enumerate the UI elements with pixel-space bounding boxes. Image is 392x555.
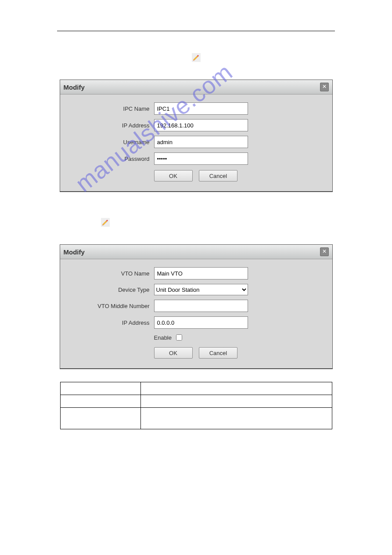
ip-address-input[interactable] [154, 316, 248, 329]
svg-marker-0 [193, 56, 198, 61]
dialog-title: Modify [64, 248, 85, 256]
vto-middle-number-input[interactable] [154, 300, 248, 312]
edit-icon [101, 218, 110, 227]
table-cell [140, 382, 332, 395]
password-input[interactable] [154, 152, 248, 165]
table-cell [140, 395, 332, 408]
table-cell [60, 408, 140, 429]
username-label: Username [71, 139, 154, 145]
dialog-header: Modify ✕ [60, 245, 332, 259]
close-icon[interactable]: ✕ [320, 83, 329, 91]
ok-button[interactable]: OK [154, 347, 193, 359]
ip-address-label: IP Address [71, 319, 154, 326]
device-type-select[interactable]: Unit Door Station [154, 284, 248, 295]
ip-address-input[interactable] [154, 119, 248, 131]
horizontal-rule [57, 31, 335, 31]
table-cell [60, 395, 140, 408]
password-label: Password [71, 156, 154, 162]
edit-icon [192, 53, 201, 62]
vto-name-input[interactable] [154, 267, 248, 279]
svg-marker-2 [102, 221, 107, 225]
vto-name-label: VTO Name [71, 270, 154, 277]
enable-checkbox[interactable] [176, 334, 182, 341]
modify-ipc-dialog: Modify ✕ IPC Name IP Address Username Pa… [60, 80, 333, 192]
modify-vto-dialog: Modify ✕ VTO Name Device Type Unit Door … [60, 244, 333, 369]
cancel-button[interactable]: Cancel [199, 347, 237, 359]
table-cell [60, 382, 140, 395]
device-type-label: Device Type [71, 287, 154, 293]
ok-button[interactable]: OK [154, 170, 193, 181]
username-input[interactable] [154, 136, 248, 148]
vto-middle-number-label: VTO Middle Number [71, 303, 154, 309]
dialog-header: Modify ✕ [60, 80, 332, 94]
dialog-title: Modify [64, 83, 85, 91]
cancel-button[interactable]: Cancel [199, 170, 237, 181]
table-cell [140, 408, 332, 429]
ipc-name-label: IPC Name [71, 105, 154, 112]
ipc-name-input[interactable] [154, 102, 248, 115]
enable-label: Enable [154, 334, 172, 341]
parameter-table [60, 382, 332, 429]
ip-address-label: IP Address [71, 122, 154, 129]
close-icon[interactable]: ✕ [320, 247, 329, 256]
